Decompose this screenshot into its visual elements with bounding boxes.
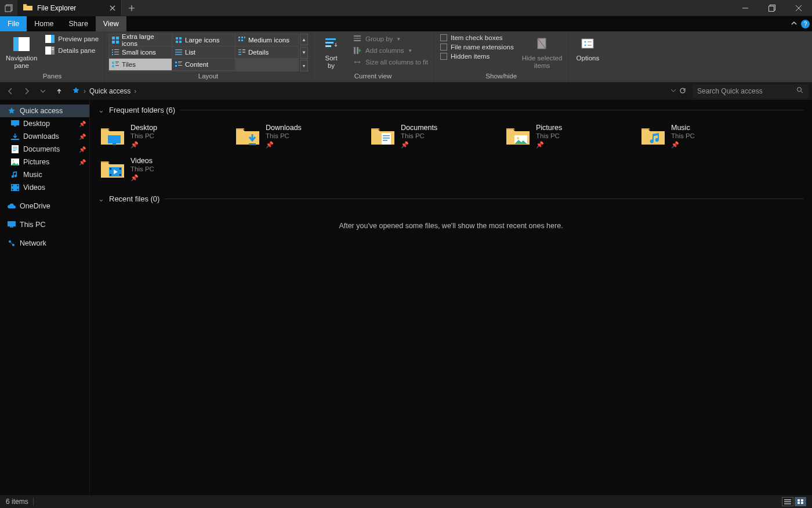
hidden-items-toggle[interactable]: Hidden items	[438, 52, 516, 60]
folder-name: Documents	[401, 124, 437, 132]
svg-rect-22	[244, 37, 245, 38]
details-pane-button[interactable]: Details pane	[43, 45, 101, 56]
sidebar-onedrive[interactable]: OneDrive	[0, 200, 89, 212]
new-tab-button[interactable]	[122, 0, 142, 16]
star-icon	[7, 106, 16, 116]
sidebar-this-pc[interactable]: This PC	[0, 218, 89, 231]
pin-icon: 📌	[130, 174, 154, 182]
sidebar-downloads[interactable]: Downloads 📌	[0, 130, 89, 143]
group-label-panes: Panes	[3, 71, 101, 81]
forward-button[interactable]	[20, 84, 34, 98]
sort-by-button[interactable]: Sort by	[316, 34, 347, 71]
refresh-button[interactable]	[679, 87, 687, 96]
address-bar[interactable]: › Quick access ›	[68, 84, 690, 98]
layout-list[interactable]: List	[172, 46, 235, 58]
svg-rect-101	[798, 502, 800, 505]
search-box[interactable]: Search Quick access	[693, 84, 809, 98]
options-button[interactable]: Options	[572, 34, 603, 71]
frequent-folders-header[interactable]: ⌄ Frequent folders (6)	[98, 106, 804, 114]
folder-item-desktop[interactable]: DesktopThis PC📌	[98, 121, 223, 154]
svg-rect-29	[114, 52, 119, 52]
preview-pane-button[interactable]: Preview pane	[43, 34, 101, 44]
close-button[interactable]	[785, 0, 812, 16]
folder-item-videos[interactable]: VideosThis PC📌	[98, 154, 223, 188]
svg-rect-27	[112, 54, 113, 55]
menu-share[interactable]: Share	[61, 16, 96, 31]
hide-selected-items-button[interactable]: Hide selected items	[520, 34, 565, 71]
folder-name: Pictures	[536, 124, 562, 132]
folder-item-music[interactable]: MusicThis PC📌	[639, 121, 763, 154]
layout-content[interactable]: Content	[172, 59, 235, 70]
svg-rect-45	[178, 62, 182, 62]
status-bar: 6 items	[0, 495, 812, 508]
sidebar-desktop[interactable]: Desktop 📌	[0, 117, 89, 130]
minimize-button[interactable]	[732, 0, 759, 16]
menu-view[interactable]: View	[96, 16, 126, 31]
up-button[interactable]	[52, 84, 66, 98]
layout-large-icons[interactable]: Large icons	[172, 34, 235, 46]
search-placeholder: Search Quick access	[697, 87, 763, 95]
folder-item-pictures[interactable]: PicturesThis PC📌	[503, 121, 628, 154]
address-history-dropdown[interactable]	[670, 87, 676, 95]
pin-icon: 📌	[266, 141, 302, 149]
recent-files-header[interactable]: ⌄ Recent files (0)	[98, 194, 804, 203]
layout-tiles[interactable]: Tiles	[109, 59, 172, 70]
multitask-icon[interactable]	[0, 0, 17, 16]
window-tab[interactable]: File Explorer	[17, 0, 122, 16]
sidebar-videos[interactable]: Videos	[0, 181, 89, 194]
status-view-tiles[interactable]	[795, 497, 806, 506]
folder-name: Desktop	[130, 124, 157, 132]
folder-item-downloads[interactable]: DownloadsThis PC📌	[233, 121, 358, 154]
small-icons-icon	[111, 48, 119, 56]
tab-close-icon[interactable]	[107, 3, 118, 13]
menu-file[interactable]: File	[0, 16, 27, 31]
svg-rect-47	[175, 65, 177, 67]
breadcrumb-sep-icon[interactable]: ›	[134, 87, 136, 95]
pin-icon: 📌	[401, 141, 437, 149]
svg-rect-100	[801, 499, 803, 502]
collapse-ribbon-icon[interactable]	[791, 20, 798, 28]
group-by-button[interactable]: Group by▾	[350, 34, 430, 44]
svg-rect-65	[14, 125, 16, 127]
svg-rect-19	[179, 41, 182, 43]
sidebar-music[interactable]: Music	[0, 168, 89, 181]
svg-rect-99	[798, 499, 800, 502]
svg-rect-52	[354, 35, 361, 37]
svg-rect-87	[383, 138, 390, 139]
svg-rect-31	[175, 49, 182, 51]
recent-locations-button[interactable]	[36, 84, 50, 98]
sidebar-pictures[interactable]: Pictures 📌	[0, 156, 89, 168]
layout-small-icons[interactable]: Small icons	[109, 46, 172, 58]
svg-rect-14	[112, 41, 115, 44]
layout-extra-large-icons[interactable]: Extra large icons	[109, 34, 172, 46]
sidebar-documents[interactable]: Documents 📌	[0, 143, 89, 156]
svg-rect-7	[51, 35, 55, 43]
menu-home[interactable]: Home	[27, 16, 61, 31]
svg-rect-95	[119, 174, 121, 176]
this-pc-icon	[7, 220, 16, 229]
size-columns-button[interactable]: Size all columns to fit	[350, 57, 430, 67]
svg-rect-41	[115, 63, 118, 64]
folder-item-documents[interactable]: DocumentsThis PC📌	[368, 121, 493, 154]
svg-rect-48	[178, 65, 182, 66]
ribbon-group-current-view: Sort by Group by▾ Add columns▾ Size all …	[312, 31, 434, 82]
ribbon-group-panes: Navigation pane Preview pane Details pan…	[0, 31, 105, 82]
folder-name: Music	[671, 124, 695, 132]
menu-bar: File Home Share View ?	[0, 16, 812, 31]
sidebar-quick-access[interactable]: Quick access	[0, 105, 89, 117]
layout-medium-icons[interactable]: Medium icons	[235, 34, 298, 46]
add-columns-button[interactable]: Add columns▾	[350, 45, 430, 56]
back-button[interactable]	[3, 84, 17, 98]
file-name-extensions-toggle[interactable]: File name extensions	[438, 43, 516, 51]
navigation-pane-button[interactable]: Navigation pane	[3, 34, 39, 71]
item-check-boxes-toggle[interactable]: Item check boxes	[438, 34, 516, 42]
status-view-details[interactable]	[782, 497, 793, 506]
layout-details[interactable]: Details	[235, 46, 298, 58]
layout-gallery-scroll[interactable]: ▲ ▼ ▾	[300, 34, 308, 71]
sidebar-network[interactable]: Network	[0, 237, 89, 250]
svg-rect-55	[354, 47, 356, 54]
maximize-button[interactable]	[759, 0, 785, 16]
group-label-layout: Layout	[108, 71, 308, 81]
help-icon[interactable]: ?	[801, 20, 810, 28]
navigation-pane-icon	[12, 35, 31, 53]
